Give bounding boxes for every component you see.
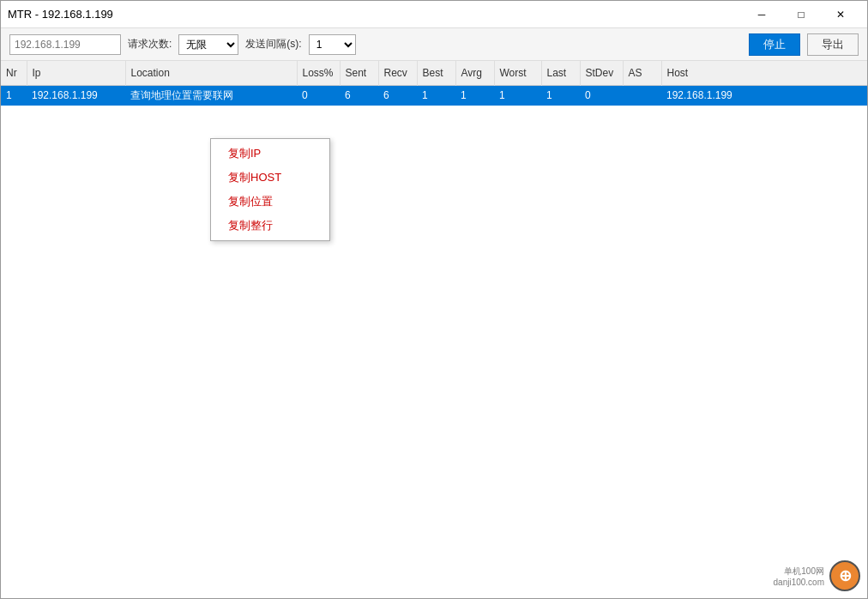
cell-host: 192.168.1.199 xyxy=(661,85,867,106)
context-menu-item-copy-host[interactable]: 复制HOST xyxy=(211,166,329,190)
col-header-sent: Sent xyxy=(340,61,378,85)
close-button[interactable]: ✕ xyxy=(821,1,860,28)
request-count-select[interactable]: 无限 10 50 100 xyxy=(178,34,238,55)
col-header-worst: Worst xyxy=(494,61,541,85)
watermark-logo: ⊕ xyxy=(829,560,860,591)
window-title: MTR - 192.168.1.199 xyxy=(8,8,113,21)
watermark-site: 单机100网 xyxy=(784,566,824,578)
cell-last: 1 xyxy=(541,85,580,106)
col-header-stdev: StDev xyxy=(580,61,623,85)
col-header-location: Location xyxy=(125,61,297,85)
cell-loc: 查询地理位置需要联网 xyxy=(125,85,297,106)
cell-loss: 0 xyxy=(297,85,340,106)
col-header-host: Host xyxy=(661,61,867,85)
context-menu-item-copy-location[interactable]: 复制位置 xyxy=(211,190,329,214)
col-header-recv: Recv xyxy=(378,61,417,85)
context-menu-item-copy-row[interactable]: 复制整行 xyxy=(211,214,329,238)
table-header-row: Nr Ip Location Loss% Sent Recv Best Avrg… xyxy=(1,61,867,85)
results-table: Nr Ip Location Loss% Sent Recv Best Avrg… xyxy=(1,61,867,106)
cell-worst: 1 xyxy=(494,85,541,106)
interval-select[interactable]: 1 2 5 xyxy=(309,34,356,55)
cell-best: 1 xyxy=(417,85,455,106)
col-header-avrg: Avrg xyxy=(455,61,494,85)
cell-as xyxy=(623,85,661,106)
export-button[interactable]: 导出 xyxy=(807,33,859,56)
maximize-button[interactable]: □ xyxy=(781,1,821,28)
table-container: Nr Ip Location Loss% Sent Recv Best Avrg… xyxy=(1,61,867,598)
interval-label: 发送间隔(s): xyxy=(245,37,301,51)
col-header-best: Best xyxy=(417,61,455,85)
cell-sent: 6 xyxy=(340,85,378,106)
ip-input[interactable] xyxy=(9,34,121,55)
context-menu-item-copy-ip[interactable]: 复制IP xyxy=(211,142,329,166)
cell-stdev: 0 xyxy=(580,85,623,106)
context-menu: 复制IP复制HOST复制位置复制整行 xyxy=(210,138,330,241)
request-label: 请求次数: xyxy=(128,37,172,51)
stop-button[interactable]: 停止 xyxy=(749,33,800,56)
col-header-nr: Nr xyxy=(1,61,27,85)
titlebar: MTR - 192.168.1.199 ─ □ ✕ xyxy=(1,1,867,28)
cell-nr: 1 xyxy=(1,85,27,106)
table-row[interactable]: 1192.168.1.199查询地理位置需要联网06611110192.168.… xyxy=(1,85,867,106)
watermark-url: danji100.com xyxy=(774,578,824,587)
cell-ip: 192.168.1.199 xyxy=(27,85,125,106)
col-header-loss: Loss% xyxy=(297,61,340,85)
window-controls: ─ □ ✕ xyxy=(742,1,860,28)
main-window: MTR - 192.168.1.199 ─ □ ✕ 请求次数: 无限 10 50… xyxy=(0,0,868,599)
cell-avrg: 1 xyxy=(455,85,494,106)
minimize-button[interactable]: ─ xyxy=(742,1,781,28)
col-header-last: Last xyxy=(541,61,580,85)
watermark: 单机100网 danji100.com ⊕ xyxy=(774,560,860,591)
toolbar: 请求次数: 无限 10 50 100 发送间隔(s): 1 2 5 停止 导出 xyxy=(1,28,867,61)
col-header-as: AS xyxy=(623,61,661,85)
cell-recv: 6 xyxy=(378,85,417,106)
col-header-ip: Ip xyxy=(27,61,125,85)
